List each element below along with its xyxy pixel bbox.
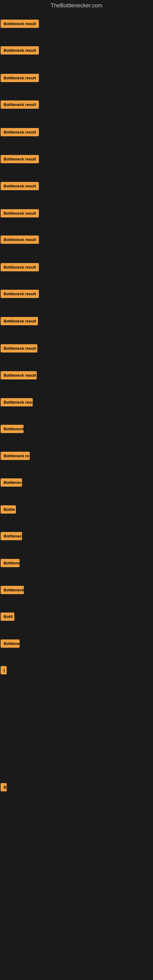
- bottleneck-item-1[interactable]: Bottleneck result: [1, 20, 39, 29]
- bottleneck-badge-19[interactable]: Bottle: [1, 505, 16, 514]
- bottleneck-badge-20[interactable]: Bottlenec: [1, 532, 22, 540]
- bottleneck-item-15[interactable]: Bottleneck resu: [1, 398, 33, 407]
- bottleneck-badge-7[interactable]: Bottleneck result: [1, 182, 39, 190]
- bottleneck-item-19[interactable]: Bottle: [1, 505, 16, 515]
- bottleneck-item-3[interactable]: Bottleneck result: [1, 74, 39, 83]
- bottleneck-badge-2[interactable]: Bottleneck result: [1, 46, 39, 54]
- bottleneck-badge-16[interactable]: Bottleneck: [1, 425, 24, 433]
- bottleneck-badge-4[interactable]: Bottleneck result: [1, 100, 39, 109]
- bottleneck-badge-25[interactable]: |: [1, 666, 7, 675]
- bottleneck-badge-8[interactable]: Bottleneck result: [1, 209, 39, 218]
- bottleneck-item-12[interactable]: Bottleneck result: [1, 317, 38, 326]
- bottleneck-badge-6[interactable]: Bottleneck result: [1, 155, 39, 163]
- bottleneck-badge-10[interactable]: Bottleneck result: [1, 263, 39, 271]
- items-container: Bottleneck resultBottleneck resultBottle…: [0, 11, 153, 979]
- bottleneck-badge-15[interactable]: Bottleneck resu: [1, 398, 33, 406]
- bottleneck-badge-11[interactable]: Bottleneck result: [1, 290, 39, 298]
- bottleneck-badge-21[interactable]: Bottlene: [1, 559, 19, 567]
- bottleneck-item-11[interactable]: Bottleneck result: [1, 290, 39, 299]
- bottleneck-badge-5[interactable]: Bottleneck result: [1, 128, 39, 136]
- bottleneck-item-10[interactable]: Bottleneck result: [1, 263, 39, 272]
- bottleneck-badge-18[interactable]: Bottlenec: [1, 478, 22, 487]
- bottleneck-badge-1[interactable]: Bottleneck result: [1, 20, 39, 28]
- bottleneck-item-7[interactable]: Bottleneck result: [1, 182, 39, 191]
- bottleneck-item-2[interactable]: Bottleneck result: [1, 46, 39, 56]
- bottleneck-item-23[interactable]: Bottl: [1, 612, 14, 622]
- bottleneck-item-13[interactable]: Bottleneck result: [1, 344, 37, 354]
- bottleneck-item-18[interactable]: Bottlenec: [1, 478, 22, 488]
- bottleneck-item-21[interactable]: Bottlene: [1, 559, 19, 568]
- bottleneck-item-16[interactable]: Bottleneck: [1, 425, 24, 434]
- bottleneck-item-24[interactable]: Bottlene: [1, 640, 19, 649]
- bottleneck-badge-26[interactable]: B: [1, 783, 7, 791]
- bottleneck-item-14[interactable]: Bottleneck result: [1, 371, 37, 381]
- bottleneck-item-9[interactable]: Bottleneck result: [1, 235, 39, 245]
- bottleneck-item-25[interactable]: |: [1, 666, 7, 676]
- bottleneck-badge-22[interactable]: Bottleneck: [1, 586, 24, 594]
- bottleneck-item-8[interactable]: Bottleneck result: [1, 209, 39, 219]
- bottleneck-item-22[interactable]: Bottleneck: [1, 586, 24, 595]
- bottleneck-item-4[interactable]: Bottleneck result: [1, 100, 39, 110]
- bottleneck-item-26[interactable]: B: [1, 783, 7, 792]
- bottleneck-item-6[interactable]: Bottleneck result: [1, 155, 39, 164]
- bottleneck-badge-23[interactable]: Bottl: [1, 612, 14, 621]
- bottleneck-badge-3[interactable]: Bottleneck result: [1, 74, 39, 82]
- bottleneck-badge-9[interactable]: Bottleneck result: [1, 235, 39, 244]
- bottleneck-badge-24[interactable]: Bottlene: [1, 640, 19, 648]
- bottleneck-badge-12[interactable]: Bottleneck result: [1, 317, 38, 325]
- bottleneck-badge-13[interactable]: Bottleneck result: [1, 344, 37, 353]
- bottleneck-badge-14[interactable]: Bottleneck result: [1, 371, 37, 379]
- bottleneck-badge-17[interactable]: Bottleneck re: [1, 452, 30, 460]
- bottleneck-item-20[interactable]: Bottlenec: [1, 532, 22, 541]
- bottleneck-item-17[interactable]: Bottleneck re: [1, 452, 30, 461]
- site-title: TheBottlenecker.com: [0, 0, 153, 11]
- bottleneck-item-5[interactable]: Bottleneck result: [1, 128, 39, 137]
